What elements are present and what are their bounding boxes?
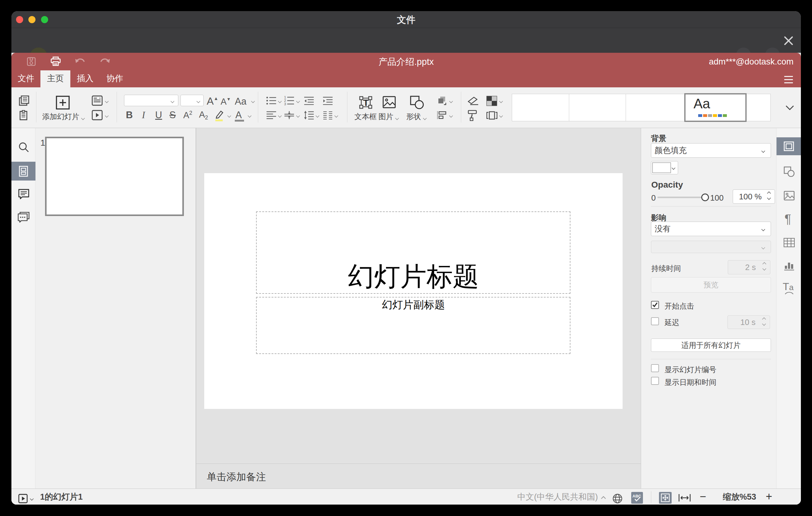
svg-text:T: T <box>363 97 369 108</box>
svg-text:3: 3 <box>284 102 286 106</box>
